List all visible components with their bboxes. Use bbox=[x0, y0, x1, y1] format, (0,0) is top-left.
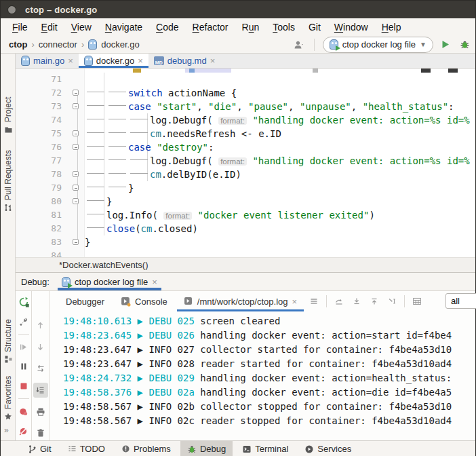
breadcrumb-item[interactable]: connector bbox=[39, 39, 77, 50]
user-icon[interactable] bbox=[292, 38, 306, 52]
skip-to-end-icon[interactable] bbox=[332, 294, 346, 309]
close-icon[interactable]: × bbox=[138, 56, 143, 65]
scroll-down-icon[interactable] bbox=[349, 294, 364, 309]
sidebar-item-structure[interactable]: Structure bbox=[3, 348, 13, 363]
close-icon[interactable]: × bbox=[292, 297, 297, 306]
sidebar-item-pull-requests[interactable]: Pull Requests bbox=[3, 197, 13, 212]
terminal-icon bbox=[242, 444, 252, 454]
menu-window[interactable]: Window bbox=[328, 20, 374, 34]
fold-marker-icon[interactable] bbox=[73, 171, 79, 177]
go-file-icon bbox=[88, 39, 97, 50]
tab-docker.go[interactable]: docker.go× bbox=[79, 54, 148, 68]
menu-refactor[interactable]: Refactor bbox=[186, 20, 235, 34]
log-output[interactable]: 19:48:10.613 ▶ DEBU 025 screen cleared19… bbox=[49, 311, 475, 440]
code-line: 80} bbox=[16, 195, 475, 208]
more-tool-windows-icon[interactable]: » bbox=[4, 425, 9, 435]
fold-marker-icon[interactable] bbox=[73, 103, 79, 109]
scroll-to-end-icon[interactable] bbox=[33, 383, 48, 398]
close-icon[interactable]: × bbox=[152, 278, 157, 286]
statusbar-item-todo[interactable]: TODO bbox=[61, 441, 112, 456]
sidebar-item-favorites[interactable]: Favorites bbox=[3, 406, 13, 421]
log-line: 19:48:58.376 ▶ DEBU 02a handling docker … bbox=[63, 385, 475, 400]
line-number[interactable]: 82 bbox=[16, 222, 66, 235]
menu-navigate[interactable]: Navigate bbox=[99, 20, 148, 34]
menu-help[interactable]: Help bbox=[376, 20, 408, 34]
breadcrumb-item[interactable]: ctop bbox=[9, 39, 27, 50]
fold-marker-icon[interactable] bbox=[73, 198, 79, 204]
line-number[interactable]: 78 bbox=[16, 168, 66, 181]
menu-run[interactable]: Run bbox=[236, 20, 266, 34]
wrench-icon[interactable] bbox=[16, 314, 31, 329]
menu-code[interactable]: Code bbox=[150, 20, 184, 34]
debug-panel-body: Debugger Console /mnt/work/ctop/ctop.log… bbox=[16, 291, 475, 440]
line-number[interactable]: 83 bbox=[16, 235, 66, 249]
line-number[interactable]: 71 bbox=[16, 73, 66, 86]
statusbar-item-git[interactable]: Git bbox=[21, 441, 58, 456]
table-icon[interactable] bbox=[410, 294, 424, 309]
title-bar: ctop – docker.go bbox=[1, 1, 475, 18]
line-number[interactable]: 73 bbox=[16, 100, 66, 113]
line-number[interactable]: 72 bbox=[16, 86, 66, 100]
mute-breakpoints-icon[interactable] bbox=[16, 423, 31, 438]
line-number[interactable]: 77 bbox=[16, 154, 66, 168]
restore-layout-icon[interactable] bbox=[33, 361, 48, 376]
menu-edit[interactable]: Edit bbox=[35, 20, 64, 34]
breadcrumb-item[interactable]: docker.go bbox=[101, 39, 139, 50]
tab-debug.md[interactable]: MDdebug.md× bbox=[148, 54, 220, 68]
tab-debugger[interactable]: Debugger bbox=[59, 291, 111, 311]
tab-console[interactable]: Console bbox=[114, 291, 174, 311]
run-config-select[interactable]: ctop docker log file ▼ bbox=[323, 37, 433, 53]
menu-file[interactable]: File bbox=[6, 20, 34, 34]
fold-marker-icon[interactable] bbox=[73, 144, 79, 150]
debug-button[interactable] bbox=[458, 38, 471, 52]
line-number[interactable]: 76 bbox=[16, 140, 66, 154]
code-line: 72switch actionName { bbox=[16, 86, 475, 100]
line-number[interactable]: 81 bbox=[16, 208, 66, 222]
down-icon[interactable] bbox=[33, 340, 48, 355]
up-icon[interactable] bbox=[33, 318, 48, 333]
menu-view[interactable]: View bbox=[65, 20, 98, 34]
statusbar-item-problems[interactable]: Problems bbox=[115, 441, 178, 456]
pause-icon[interactable] bbox=[16, 359, 31, 374]
line-number[interactable]: 84 bbox=[16, 249, 66, 257]
breadcrumb[interactable]: ctop›connector›docker.go bbox=[9, 39, 292, 50]
main-toolbar: ctop›connector›docker.go ctop docker log… bbox=[1, 36, 475, 54]
menu-git[interactable]: Git bbox=[302, 20, 327, 34]
menu-tools[interactable]: Tools bbox=[266, 20, 301, 34]
stop-icon[interactable] bbox=[16, 379, 31, 394]
menu-icon[interactable] bbox=[306, 294, 321, 309]
fold-marker-icon[interactable] bbox=[73, 90, 79, 96]
line-number[interactable]: 75 bbox=[16, 127, 66, 140]
fold-marker-icon[interactable] bbox=[73, 130, 79, 136]
debug-session-tab[interactable]: ctop docker log file × bbox=[58, 273, 161, 290]
scroll-up-icon[interactable] bbox=[367, 294, 382, 309]
print-icon[interactable] bbox=[33, 404, 48, 419]
sidebar-item-project[interactable]: Project bbox=[3, 119, 13, 134]
rerun-icon[interactable] bbox=[16, 294, 31, 309]
close-icon[interactable]: × bbox=[68, 56, 73, 65]
pull-request-icon bbox=[4, 204, 12, 212]
line-number[interactable]: 74 bbox=[16, 113, 66, 127]
star-icon bbox=[4, 413, 12, 421]
go-file-icon bbox=[84, 56, 93, 66]
breakpoints-icon[interactable] bbox=[16, 404, 31, 419]
statusbar-item-services[interactable]: Services bbox=[298, 441, 358, 456]
tab-log-file[interactable]: /mnt/work/ctop/ctop.log × bbox=[177, 291, 304, 311]
line-number[interactable]: 80 bbox=[16, 195, 66, 208]
statusbar-item-debug[interactable]: Debug bbox=[180, 441, 233, 456]
editor[interactable]: 7172switch actionName {73case "start", "… bbox=[16, 69, 475, 257]
window-button[interactable] bbox=[7, 5, 16, 14]
delete-icon[interactable] bbox=[33, 425, 48, 440]
line-number[interactable]: 79 bbox=[16, 181, 66, 195]
code-line: 75cm.needsRefresh <- e.ID bbox=[16, 127, 475, 140]
tab-main.go[interactable]: main.go× bbox=[16, 54, 79, 68]
run-button[interactable] bbox=[439, 38, 452, 52]
statusbar-item-terminal[interactable]: Terminal bbox=[235, 441, 295, 456]
log-filter-select[interactable]: all bbox=[445, 293, 476, 309]
fold-marker-icon[interactable] bbox=[73, 239, 79, 245]
follow-caret-icon[interactable] bbox=[384, 294, 399, 309]
fold-marker-icon[interactable] bbox=[73, 185, 79, 191]
close-icon[interactable]: × bbox=[210, 56, 216, 65]
code-line: 82close(cm.closed) bbox=[16, 222, 475, 235]
resume-icon[interactable] bbox=[16, 339, 31, 354]
